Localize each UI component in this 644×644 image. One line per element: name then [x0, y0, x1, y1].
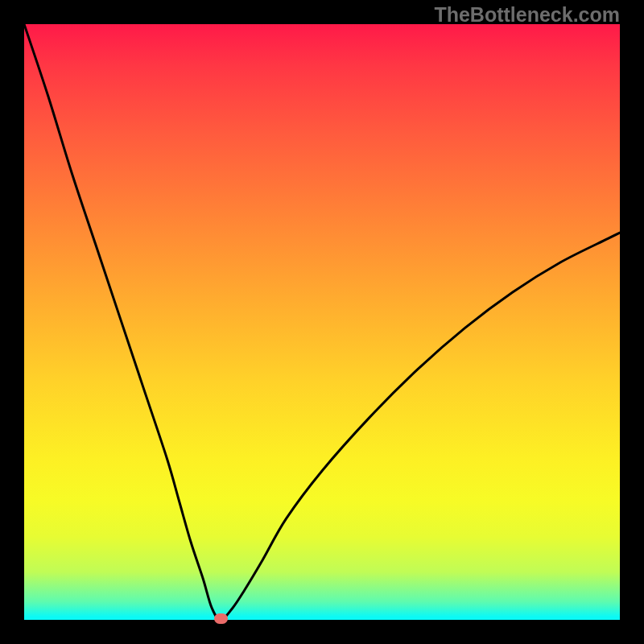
attribution-text: TheBottleneck.com — [434, 3, 620, 27]
bottleneck-curve — [24, 24, 620, 620]
optimum-marker — [214, 613, 228, 624]
chart-svg — [24, 24, 620, 620]
chart-frame: TheBottleneck.com — [0, 0, 644, 644]
